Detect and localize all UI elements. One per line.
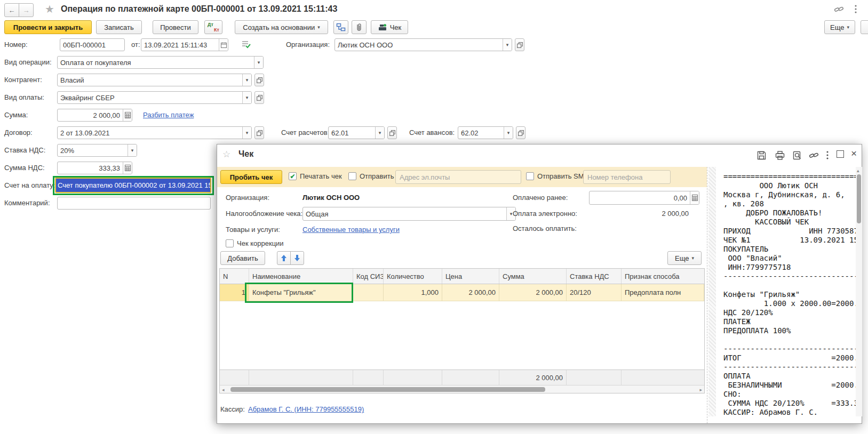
nav-forward-button[interactable]: →	[19, 3, 34, 17]
nav-back-button[interactable]: ←	[4, 3, 19, 17]
create-based-on-button[interactable]: Создать на основании▾	[235, 20, 328, 34]
phone-input[interactable]	[583, 170, 671, 184]
check-button[interactable]: Чек	[371, 20, 408, 34]
write-button[interactable]: Записать	[96, 20, 142, 34]
send-sms-checkbox[interactable]: Отправить SMS	[526, 172, 588, 180]
settlement-account-label: Счет расчетов:	[281, 128, 329, 136]
column-header: Ставка НДС	[567, 269, 622, 284]
comment-label: Комментарий:	[4, 199, 50, 207]
dt-kt-postings-button[interactable]: Дт Кт	[204, 20, 222, 34]
dialog-favorite-star-icon[interactable]: ☆	[222, 149, 230, 160]
contract-field[interactable]: 2 от 13.09.2021 ▾	[57, 126, 252, 139]
counterparty-open-button[interactable]	[254, 74, 264, 86]
contract-open-button[interactable]	[254, 126, 264, 139]
correction-check-checkbox[interactable]: Чек коррекции	[226, 239, 284, 247]
calendar-icon[interactable]	[219, 39, 228, 51]
receipt-line: ЧЕК №1 13.09.2021 15:11:43	[723, 236, 856, 245]
punch-check-button[interactable]: Пробить чек	[220, 170, 282, 184]
advance-account-field[interactable]: 62.02 ▾	[458, 126, 513, 139]
taxation-field[interactable]: Общая ▾	[302, 207, 516, 221]
invoice-field[interactable]: Счет покупателю 00БП-000002 от 13.09.202…	[55, 178, 211, 193]
print-check-checkbox[interactable]: ✔ Печатать чек	[289, 172, 342, 180]
payment-kind-field[interactable]: Эквайринг СБЕР ▾	[57, 91, 252, 104]
scroll-left-icon[interactable]: ◂	[222, 387, 225, 392]
more-dots-icon[interactable]	[826, 150, 829, 160]
chevron-down-icon[interactable]: ▾	[504, 127, 513, 139]
maximize-icon[interactable]	[837, 150, 844, 158]
receipt-vertical-scrollbar[interactable]: ▴	[856, 167, 862, 416]
close-icon[interactable]: ×	[851, 148, 857, 159]
help-button-partial[interactable]	[861, 20, 868, 34]
vat-sum-field[interactable]: 333,33	[57, 162, 132, 174]
sum-cell: 2 000,00	[499, 284, 567, 301]
email-input[interactable]	[395, 170, 521, 184]
favorite-star-icon[interactable]: ★	[45, 3, 54, 15]
move-up-button[interactable]	[277, 251, 291, 265]
comment-field[interactable]	[57, 197, 211, 210]
calculator-icon[interactable]	[123, 162, 132, 174]
table-more-button[interactable]: Еще▾	[667, 251, 702, 265]
related-documents-button[interactable]	[333, 20, 348, 34]
main-more-button[interactable]: Еще▾	[824, 20, 855, 34]
organization-field[interactable]: Лютик ОСН ООО ▾	[335, 38, 512, 51]
date-label: от:	[131, 41, 140, 49]
vat-rate-field[interactable]: 20% ▾	[57, 144, 137, 157]
amount-field[interactable]: 2 000,00	[57, 109, 132, 122]
payment-kind-open-button[interactable]	[254, 91, 264, 104]
receipt-line: СУММА НДС 20/120% =333.33	[723, 399, 856, 408]
add-row-button[interactable]: Добавить	[220, 251, 265, 265]
chevron-down-icon[interactable]: ▾	[242, 92, 251, 103]
save-icon[interactable]	[757, 151, 766, 160]
calculator-icon[interactable]	[690, 191, 699, 204]
get-link-icon[interactable]	[834, 5, 845, 14]
settlement-account-field[interactable]: 62.01 ▾	[328, 126, 385, 139]
table-empty-area[interactable]	[220, 301, 704, 369]
attachments-button[interactable]	[352, 20, 367, 34]
cashier-link[interactable]: Абрамов Г. С. (ИНН: 779955555519)	[248, 405, 364, 413]
receipt-line: ОПЛАТА	[723, 372, 856, 381]
items-table-header[interactable]: N Наименование Код СИЗ Количество Цена С…	[220, 269, 704, 284]
chevron-down-icon[interactable]: ▾	[128, 144, 137, 156]
chevron-down-icon[interactable]: ▾	[242, 127, 251, 139]
organization-open-button[interactable]	[515, 38, 524, 51]
paid-earlier-label: Оплачено ранее:	[513, 194, 568, 202]
table-horizontal-scrollbar[interactable]: ◂ ▸	[220, 385, 704, 393]
preview-icon[interactable]	[793, 151, 802, 160]
checkbox-unchecked-icon	[348, 172, 356, 180]
date-field[interactable]: 13.09.2021 15:11:43	[141, 38, 228, 51]
open-icon	[518, 130, 524, 136]
number-field[interactable]: 00БП-000001	[60, 38, 125, 51]
print-icon[interactable]	[775, 151, 785, 160]
scroll-right-icon[interactable]: ▸	[699, 387, 702, 392]
settlement-account-open-button[interactable]	[387, 126, 397, 139]
split-payment-link[interactable]: Разбить платеж	[143, 111, 194, 119]
chevron-down-icon[interactable]: ▾	[254, 57, 263, 68]
receipt-line: ДОБРО ПОЖАЛОВАТЬ!	[723, 208, 856, 218]
post-and-close-button[interactable]: Провести и закрыть	[4, 20, 92, 34]
set-current-date-icon[interactable]	[241, 39, 251, 49]
post-button[interactable]: Провести	[153, 20, 198, 34]
chevron-down-icon[interactable]: ▾	[242, 74, 251, 86]
siz-code-cell	[353, 284, 384, 301]
get-link-icon[interactable]	[809, 151, 819, 160]
operation-kind-field[interactable]: Оплата от покупателя ▾	[57, 56, 264, 69]
advance-account-open-button[interactable]	[516, 126, 525, 139]
move-down-button[interactable]	[290, 251, 304, 265]
vat-rate-label: Ставка НДС:	[4, 146, 45, 154]
open-icon	[257, 95, 262, 101]
paid-earlier-field[interactable]: 0,00	[589, 191, 699, 205]
chevron-down-icon[interactable]: ▾	[503, 39, 512, 51]
chevron-down-icon: ▾	[691, 255, 694, 261]
chevron-down-icon[interactable]: ▾	[375, 127, 384, 139]
receipt-line: ----------------------------------------…	[723, 363, 856, 372]
calculator-icon[interactable]	[123, 109, 132, 121]
receipt-line: , кв. 208	[723, 199, 856, 208]
scroll-up-icon[interactable]: ▴	[857, 168, 859, 173]
column-header: Сумма	[499, 269, 567, 284]
more-dots-icon[interactable]	[854, 4, 857, 14]
counterparty-field[interactable]: Власий ▾	[57, 74, 252, 86]
receipt-splitter-handle[interactable]	[708, 167, 716, 416]
paid-electronic-value: 2 000,00	[589, 210, 689, 218]
goods-link[interactable]: Собственные товары и услуги	[302, 226, 400, 234]
dialog-organization-value: Лютик ОСН ООО	[302, 194, 360, 202]
